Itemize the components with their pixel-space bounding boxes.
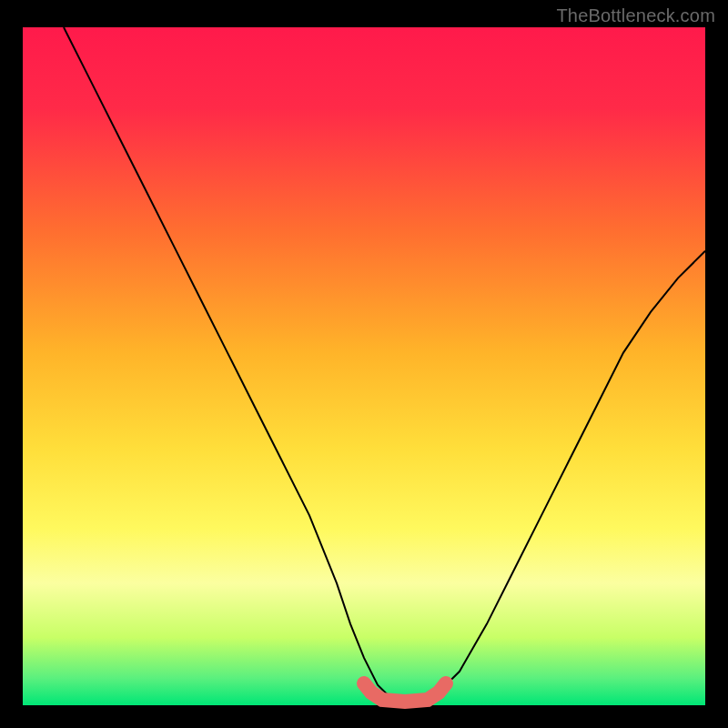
chart-frame: TheBottleneck.com <box>0 0 728 728</box>
bottleneck-chart-svg <box>0 0 728 728</box>
plot-gradient-area <box>23 27 705 705</box>
watermark-text: TheBottleneck.com <box>556 5 715 26</box>
